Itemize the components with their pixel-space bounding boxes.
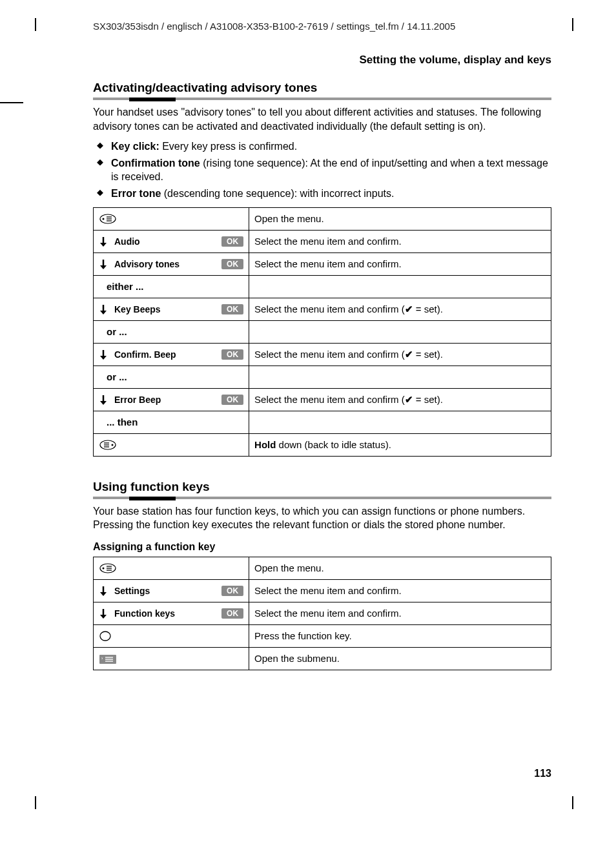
procedure-table-1: Open the menu. Audio OK Select the menu … bbox=[93, 207, 551, 457]
down-arrow-icon bbox=[99, 349, 108, 360]
function-key-icon bbox=[99, 630, 112, 642]
desc: Hold down (back to idle status). bbox=[249, 433, 551, 456]
ok-badge: OK bbox=[221, 304, 243, 314]
ok-badge: OK bbox=[221, 395, 243, 405]
then-label: ... then bbox=[94, 411, 249, 433]
desc: Select the menu item and confirm. bbox=[249, 579, 551, 602]
svg-marker-8 bbox=[100, 265, 107, 269]
menu-open-icon bbox=[99, 213, 117, 225]
desc: Select the menu item and confirm. bbox=[249, 252, 551, 275]
desc: Select the menu item and confirm. bbox=[249, 230, 551, 252]
svg-marker-12 bbox=[100, 356, 107, 360]
desc: Open the menu. bbox=[249, 207, 551, 230]
menu-open-icon bbox=[99, 562, 117, 574]
svg-marker-26 bbox=[100, 592, 107, 596]
svg-point-19 bbox=[112, 444, 114, 446]
svg-point-1 bbox=[103, 218, 105, 220]
down-arrow-icon bbox=[99, 259, 108, 269]
check-icon: ✔ bbox=[405, 349, 413, 360]
svg-marker-28 bbox=[100, 615, 107, 619]
page-number: 113 bbox=[534, 768, 551, 779]
or-label: or ... bbox=[94, 320, 249, 343]
advisory-bullets: Key click: Every key press is confirmed.… bbox=[93, 139, 551, 200]
down-arrow-icon bbox=[99, 608, 108, 619]
or-label: or ... bbox=[94, 365, 249, 388]
submenu-icon: › bbox=[99, 654, 117, 664]
bullet-error: Error tone (descending tone sequence): w… bbox=[93, 187, 551, 201]
ok-badge: OK bbox=[221, 586, 243, 596]
svg-point-21 bbox=[103, 568, 105, 570]
down-arrow-icon bbox=[99, 236, 108, 247]
desc: Select the menu item and confirm (✔ = se… bbox=[249, 298, 551, 320]
section2-subheading: Assigning a function key bbox=[93, 541, 551, 553]
desc: Open the menu. bbox=[249, 557, 551, 579]
ok-badge: OK bbox=[221, 259, 243, 269]
section1-heading: Activating/deactivating advisory tones bbox=[93, 81, 551, 96]
either-label: either ... bbox=[94, 275, 249, 298]
svg-point-29 bbox=[100, 632, 110, 641]
section2-intro: Your base station has four function keys… bbox=[93, 504, 551, 532]
desc: Select the menu item and confirm. bbox=[249, 602, 551, 624]
desc: Select the menu item and confirm (✔ = se… bbox=[249, 343, 551, 365]
section2-heading: Using function keys bbox=[93, 480, 551, 495]
ok-badge: OK bbox=[221, 236, 243, 247]
procedure-table-2: Open the menu. Settings OK Select the me… bbox=[93, 557, 551, 670]
svg-marker-10 bbox=[100, 311, 107, 314]
section1-intro: Your handset uses "advisory tones" to te… bbox=[93, 105, 551, 133]
down-arrow-icon bbox=[99, 586, 108, 596]
ok-badge: OK bbox=[221, 608, 243, 619]
svg-marker-14 bbox=[100, 401, 107, 405]
down-arrow-icon bbox=[99, 304, 108, 314]
down-arrow-icon bbox=[99, 395, 108, 405]
check-icon: ✔ bbox=[405, 394, 413, 405]
ok-badge: OK bbox=[221, 349, 243, 360]
doc-header: SX303/353isdn / englisch / A31008-X353-B… bbox=[93, 21, 551, 32]
menu-hold-icon bbox=[99, 439, 117, 451]
desc: Select the menu item and confirm (✔ = se… bbox=[249, 388, 551, 411]
page-title: Setting the volume, display and keys bbox=[93, 54, 551, 67]
check-icon: ✔ bbox=[405, 304, 413, 314]
desc: Press the function key. bbox=[249, 624, 551, 647]
bullet-key-click: Key click: Every key press is confirmed. bbox=[93, 139, 551, 154]
bullet-confirmation: Confirmation tone (rising tone sequence)… bbox=[93, 156, 551, 184]
svg-marker-6 bbox=[100, 243, 107, 247]
desc: Open the submenu. bbox=[249, 647, 551, 670]
